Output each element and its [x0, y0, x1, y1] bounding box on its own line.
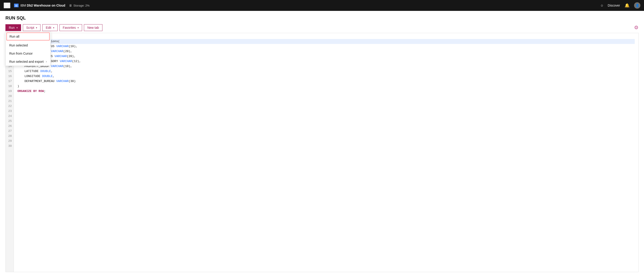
brand-text: IBM Db2 Warehouse on Cloud	[20, 4, 65, 7]
code-line-27	[18, 129, 635, 134]
code-line-17: DEPARTMENT_BUREAU VARCHAR(30)	[18, 79, 635, 84]
toolbar: Run ▾ Run all Run selected Run from Curs…	[6, 24, 638, 31]
run-selected-item[interactable]: Run selected	[6, 41, 50, 49]
code-editor[interactable]: 8 9 10 11 12 13 14 15 16 17 18 19 20 21 …	[6, 33, 638, 272]
code-line-30	[18, 144, 635, 149]
code-line-22	[18, 104, 635, 109]
code-line-10: INSPECTION_STATUS VARCHAR(10),	[18, 44, 635, 49]
code-line-19: ORGANIZE BY ROW;	[18, 89, 635, 94]
code-line-25	[18, 119, 635, 124]
run-from-cursor-item[interactable]: Run from Cursor	[6, 49, 50, 58]
page-content: RUN SQL Run ▾ Run all Run selected Run f…	[0, 11, 644, 280]
page-title: RUN SQL	[6, 16, 638, 21]
storage-icon: 🖥	[69, 4, 72, 7]
editor-code-area[interactable]: CREATE TABLE violations( INSPECTION_STAT…	[14, 33, 638, 272]
favorites-chevron-icon: ▾	[78, 27, 79, 29]
run-all-item[interactable]: Run all	[6, 33, 50, 40]
code-line-14: PROPERTY_GROUP VARCHAR(10),	[18, 64, 635, 69]
notifications-icon[interactable]: 🔔	[624, 3, 630, 8]
code-line-28	[18, 134, 635, 139]
code-line-21	[18, 99, 635, 104]
topnav: ▤ IBM Db2 Warehouse on Cloud 🖥 Storage: …	[0, 0, 644, 11]
settings-gear-icon[interactable]: ⚙	[634, 25, 638, 31]
code-line-11: VIOLATION_CODE VARCHAR(20),	[18, 49, 635, 54]
code-line-15: LATITUDE DOUBLE,	[18, 69, 635, 74]
script-chevron-icon: ▾	[36, 27, 37, 29]
code-line-9: CREATE TABLE violations(	[18, 39, 635, 44]
db2-icon: ▤	[14, 4, 18, 7]
submenu-chevron-icon: ›	[46, 60, 47, 63]
code-line-12: VIOLATION_STATUS VARCHAR(20),	[18, 54, 635, 59]
code-line-18: )	[18, 84, 635, 89]
edit-chevron-icon: ▾	[53, 27, 54, 29]
run-dropdown-menu: Run all Run selected Run from Cursor Run…	[6, 32, 51, 66]
run-button[interactable]: Run ▾	[6, 24, 21, 31]
code-line-16: LONGITUDE DOUBLE,	[18, 74, 635, 79]
code-line-24	[18, 114, 635, 119]
topnav-right: ○ Discover 🔔 👤	[601, 2, 640, 9]
run-selected-export-item[interactable]: Run selected and export ›	[6, 58, 50, 66]
code-line-8	[18, 34, 635, 39]
code-line-26	[18, 124, 635, 129]
run-dropdown-container: Run ▾ Run all Run selected Run from Curs…	[6, 24, 21, 31]
code-line-13: INSPECTION_CATEGORY VARCHAR(12),	[18, 59, 635, 64]
code-line-29	[18, 139, 635, 144]
favorites-button[interactable]: Favorites ▾	[60, 24, 82, 31]
storage-indicator: 🖥 Storage: 2%	[69, 4, 90, 7]
script-button[interactable]: Script ▾	[23, 24, 41, 31]
edit-button[interactable]: Edit ▾	[42, 24, 58, 31]
hamburger-menu[interactable]	[4, 3, 10, 8]
code-line-20	[18, 94, 635, 99]
run-chevron-icon: ▾	[16, 27, 18, 29]
brand-area: ▤ IBM Db2 Warehouse on Cloud	[14, 4, 65, 7]
line-numbers: 8 9 10 11 12 13 14 15 16 17 18 19 20 21 …	[6, 33, 14, 272]
discover-button[interactable]: Discover	[608, 4, 620, 7]
storage-label: Storage: 2%	[74, 4, 90, 7]
help-icon[interactable]: ○	[601, 3, 603, 8]
user-avatar[interactable]: 👤	[634, 2, 640, 9]
newtab-button[interactable]: New tab	[84, 24, 102, 31]
code-line-23	[18, 109, 635, 114]
